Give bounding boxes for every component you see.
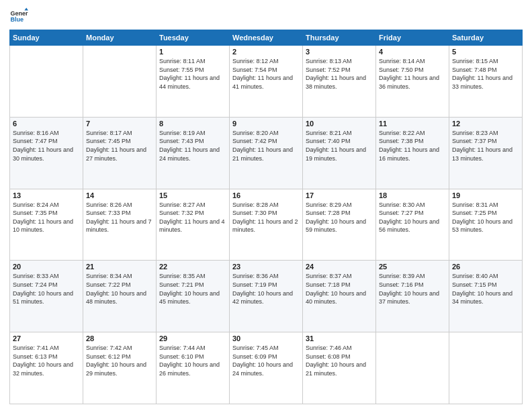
weekday-header-monday: Monday [83, 30, 157, 46]
daylight-text: Daylight: 11 hours and 33 minutes. [452, 75, 513, 90]
day-number: 11 [379, 120, 446, 128]
calendar-cell: 4 Sunrise: 8:14 AM Sunset: 7:50 PM Dayli… [376, 46, 449, 118]
daylight-text: Daylight: 10 hours and 32 minutes. [13, 361, 73, 377]
calendar-cell: 10 Sunrise: 8:21 AM Sunset: 7:40 PM Dayl… [303, 117, 376, 189]
weekday-header-friday: Friday [376, 30, 449, 46]
daylight-text: Daylight: 11 hours and 36 minutes. [379, 75, 439, 90]
sunrise-text: Sunrise: 8:35 AM [159, 273, 206, 279]
calendar-cell: 18 Sunrise: 8:30 AM Sunset: 7:27 PM Dayl… [376, 189, 449, 261]
daylight-text: Daylight: 11 hours and 41 minutes. [232, 75, 293, 90]
calendar-table: SundayMondayTuesdayWednesdayThursdayFrid… [9, 30, 523, 404]
day-info: Sunrise: 8:19 AM Sunset: 7:43 PM Dayligh… [159, 129, 226, 163]
day-info: Sunrise: 8:37 AM Sunset: 7:18 PM Dayligh… [306, 272, 373, 306]
day-number: 4 [379, 48, 446, 56]
calendar-cell: 20 Sunrise: 8:33 AM Sunset: 7:24 PM Dayl… [10, 261, 83, 332]
sunrise-text: Sunrise: 8:22 AM [379, 130, 425, 136]
sunset-text: Sunset: 7:21 PM [159, 281, 204, 288]
sunrise-text: Sunrise: 8:14 AM [379, 58, 425, 64]
day-number: 27 [13, 334, 80, 342]
daylight-text: Daylight: 10 hours and 53 minutes. [452, 218, 513, 234]
sunrise-text: Sunrise: 8:13 AM [306, 58, 352, 64]
day-info: Sunrise: 8:14 AM Sunset: 7:50 PM Dayligh… [379, 57, 446, 91]
daylight-text: Daylight: 11 hours and 19 minutes. [306, 146, 366, 162]
weekday-header-sunday: Sunday [10, 30, 83, 46]
day-info: Sunrise: 8:12 AM Sunset: 7:54 PM Dayligh… [232, 57, 300, 91]
daylight-text: Daylight: 10 hours and 26 minutes. [159, 361, 220, 377]
day-info: Sunrise: 8:13 AM Sunset: 7:52 PM Dayligh… [306, 57, 373, 91]
sunset-text: Sunset: 7:33 PM [86, 210, 131, 216]
weekday-header-wednesday: Wednesday [230, 30, 303, 46]
sunrise-text: Sunrise: 8:16 AM [13, 130, 59, 136]
day-number: 26 [452, 263, 519, 271]
day-number: 25 [379, 263, 446, 271]
sunset-text: Sunset: 7:16 PM [379, 281, 424, 288]
day-number: 5 [452, 48, 519, 56]
sunset-text: Sunset: 7:45 PM [86, 138, 131, 144]
calendar-cell: 23 Sunrise: 8:36 AM Sunset: 7:19 PM Dayl… [230, 261, 303, 332]
day-number: 28 [86, 334, 153, 342]
sunrise-text: Sunrise: 7:41 AM [13, 345, 59, 351]
daylight-text: Daylight: 11 hours and 21 minutes. [232, 146, 293, 162]
sunrise-text: Sunrise: 7:42 AM [86, 345, 132, 351]
day-number: 12 [452, 120, 519, 128]
day-number: 15 [159, 191, 226, 199]
day-info: Sunrise: 8:40 AM Sunset: 7:15 PM Dayligh… [452, 272, 519, 306]
daylight-text: Daylight: 10 hours and 40 minutes. [306, 290, 366, 306]
day-info: Sunrise: 7:44 AM Sunset: 6:10 PM Dayligh… [159, 344, 226, 377]
day-number: 10 [306, 120, 373, 128]
day-info: Sunrise: 8:35 AM Sunset: 7:21 PM Dayligh… [159, 272, 226, 306]
daylight-text: Daylight: 11 hours and 27 minutes. [86, 146, 146, 162]
day-info: Sunrise: 8:27 AM Sunset: 7:32 PM Dayligh… [159, 201, 226, 234]
day-info: Sunrise: 8:33 AM Sunset: 7:24 PM Dayligh… [13, 272, 80, 306]
calendar-cell: 1 Sunrise: 8:11 AM Sunset: 7:55 PM Dayli… [157, 46, 230, 118]
sunrise-text: Sunrise: 8:30 AM [379, 201, 425, 208]
day-info: Sunrise: 8:26 AM Sunset: 7:33 PM Dayligh… [86, 201, 153, 234]
calendar-week-row: 1 Sunrise: 8:11 AM Sunset: 7:55 PM Dayli… [10, 46, 523, 118]
sunrise-text: Sunrise: 8:21 AM [306, 130, 352, 136]
sunset-text: Sunset: 7:30 PM [232, 210, 277, 216]
day-number: 30 [232, 334, 300, 342]
sunrise-text: Sunrise: 8:36 AM [232, 273, 279, 279]
calendar-week-row: 27 Sunrise: 7:41 AM Sunset: 6:13 PM Dayl… [10, 332, 523, 404]
day-number: 1 [159, 48, 226, 56]
daylight-text: Daylight: 10 hours and 29 minutes. [86, 361, 146, 377]
sunrise-text: Sunrise: 7:46 AM [306, 345, 352, 351]
daylight-text: Daylight: 10 hours and 42 minutes. [232, 290, 293, 306]
sunset-text: Sunset: 6:12 PM [86, 353, 131, 360]
day-number: 18 [379, 191, 446, 199]
calendar-cell: 31 Sunrise: 7:46 AM Sunset: 6:08 PM Dayl… [303, 332, 376, 404]
sunrise-text: Sunrise: 8:19 AM [159, 130, 206, 136]
calendar-cell: 9 Sunrise: 8:20 AM Sunset: 7:42 PM Dayli… [230, 117, 303, 189]
calendar-cell: 3 Sunrise: 8:13 AM Sunset: 7:52 PM Dayli… [303, 46, 376, 118]
calendar-cell: 6 Sunrise: 8:16 AM Sunset: 7:47 PM Dayli… [10, 117, 83, 189]
day-number: 7 [86, 120, 153, 128]
sunset-text: Sunset: 7:37 PM [452, 138, 497, 144]
day-info: Sunrise: 7:45 AM Sunset: 6:09 PM Dayligh… [232, 344, 300, 377]
sunset-text: Sunset: 7:28 PM [306, 210, 351, 216]
sunset-text: Sunset: 7:15 PM [452, 281, 497, 288]
sunset-text: Sunset: 7:40 PM [306, 138, 351, 144]
day-info: Sunrise: 8:34 AM Sunset: 7:22 PM Dayligh… [86, 272, 153, 306]
calendar-cell: 12 Sunrise: 8:23 AM Sunset: 7:37 PM Dayl… [449, 117, 523, 189]
calendar-header-row: SundayMondayTuesdayWednesdayThursdayFrid… [10, 30, 523, 46]
sunset-text: Sunset: 7:18 PM [306, 281, 351, 288]
daylight-text: Daylight: 10 hours and 34 minutes. [452, 290, 513, 306]
day-info: Sunrise: 8:31 AM Sunset: 7:25 PM Dayligh… [452, 201, 519, 234]
calendar-week-row: 13 Sunrise: 8:24 AM Sunset: 7:35 PM Dayl… [10, 189, 523, 261]
sunrise-text: Sunrise: 8:23 AM [452, 130, 498, 136]
calendar-cell: 25 Sunrise: 8:39 AM Sunset: 7:16 PM Dayl… [376, 261, 449, 332]
calendar-cell: 27 Sunrise: 7:41 AM Sunset: 6:13 PM Dayl… [10, 332, 83, 404]
sunset-text: Sunset: 6:10 PM [159, 353, 204, 360]
day-number: 2 [232, 48, 300, 56]
sunset-text: Sunset: 7:19 PM [232, 281, 277, 288]
daylight-text: Daylight: 10 hours and 51 minutes. [13, 290, 73, 306]
sunset-text: Sunset: 7:48 PM [452, 66, 497, 73]
day-info: Sunrise: 8:22 AM Sunset: 7:38 PM Dayligh… [379, 129, 446, 163]
day-number: 9 [232, 120, 300, 128]
calendar-week-row: 6 Sunrise: 8:16 AM Sunset: 7:47 PM Dayli… [10, 117, 523, 189]
sunrise-text: Sunrise: 8:20 AM [232, 130, 279, 136]
sunset-text: Sunset: 7:52 PM [306, 66, 351, 73]
sunset-text: Sunset: 6:08 PM [306, 353, 351, 360]
sunrise-text: Sunrise: 8:17 AM [86, 130, 132, 136]
calendar-cell: 5 Sunrise: 8:15 AM Sunset: 7:48 PM Dayli… [449, 46, 523, 118]
